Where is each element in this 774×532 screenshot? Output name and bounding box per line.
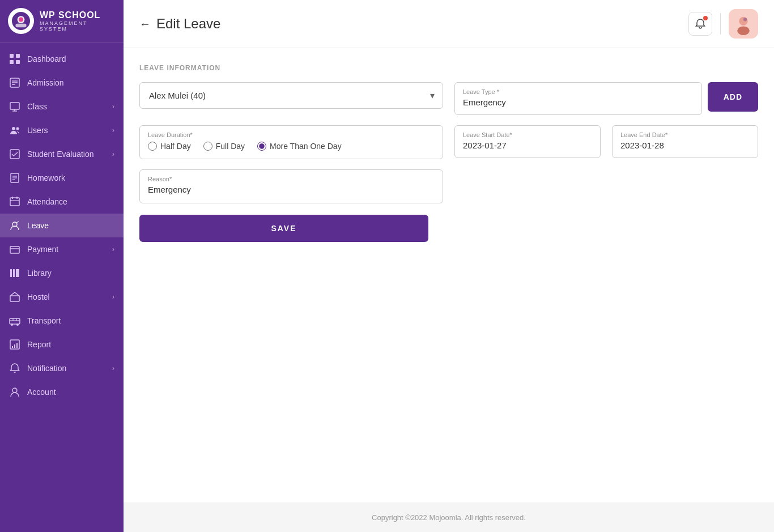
main-content: LEAVE INFORMATION Alex Mulei (40) ▾ Leav… — [124, 48, 774, 503]
reason-input[interactable] — [148, 185, 435, 194]
svg-rect-32 — [16, 269, 19, 277]
svg-point-2 — [19, 18, 23, 22]
svg-point-36 — [16, 324, 19, 326]
svg-rect-34 — [10, 318, 20, 324]
svg-rect-30 — [10, 269, 12, 277]
svg-rect-3 — [15, 24, 26, 27]
sidebar-item-student-evaluation[interactable]: Student Evaluation › — [0, 142, 124, 166]
svg-rect-41 — [14, 344, 15, 348]
svg-rect-12 — [10, 103, 19, 109]
svg-point-46 — [737, 27, 750, 35]
page-title: Edit Leave — [156, 16, 220, 32]
sidebar-item-dashboard[interactable]: Dashboard — [0, 47, 124, 71]
svg-rect-31 — [13, 269, 15, 277]
sidebar-item-notification[interactable]: Notification › — [0, 356, 124, 380]
section-label: LEAVE INFORMATION — [139, 64, 758, 72]
sidebar-item-transport[interactable]: Transport — [0, 309, 124, 333]
duration-full-day[interactable]: Full Day — [203, 142, 245, 151]
svg-rect-42 — [16, 343, 18, 348]
notification-badge — [703, 16, 708, 20]
svg-rect-22 — [10, 198, 19, 206]
sidebar: WP SCHOOL MANAGEMENT SYSTEM Dashboard Ad… — [0, 0, 124, 532]
sidebar-item-attendance[interactable]: Attendance — [0, 190, 124, 214]
svg-point-43 — [12, 388, 17, 393]
svg-point-15 — [12, 127, 15, 130]
header-divider — [720, 13, 721, 35]
avatar-icon — [732, 12, 755, 35]
svg-rect-5 — [16, 54, 20, 58]
duration-more-than-one-day[interactable]: More Than One Day — [257, 142, 342, 151]
end-date-field: Leave End Date* — [612, 125, 758, 158]
back-button[interactable]: ← — [139, 18, 151, 31]
sidebar-item-class[interactable]: Class › — [0, 95, 124, 118]
sidebar-item-homework[interactable]: Homework — [0, 166, 124, 190]
sidebar-item-payment[interactable]: Payment › — [0, 237, 124, 261]
logo-text: WP SCHOOL MANAGEMENT SYSTEM — [40, 10, 116, 32]
student-select[interactable]: Alex Mulei (40) — [149, 91, 433, 100]
svg-line-27 — [16, 222, 19, 223]
sidebar-item-account[interactable]: Account — [0, 380, 124, 404]
start-date-field: Leave Start Date* — [454, 125, 601, 158]
leave-type-field: Leave Type * — [454, 82, 702, 115]
footer: Copyright ©2022 Mojoomla. All rights res… — [124, 503, 774, 532]
duration-half-day[interactable]: Half Day — [148, 142, 191, 151]
leave-type-input[interactable] — [463, 97, 694, 107]
sidebar-item-hostel[interactable]: Hostel › — [0, 285, 124, 309]
svg-point-16 — [16, 127, 19, 130]
svg-rect-6 — [10, 60, 14, 64]
sidebar-item-report[interactable]: Report — [0, 333, 124, 356]
svg-point-47 — [743, 18, 747, 21]
duration-field: Leave Duration* Half Day Full Day — [139, 125, 443, 159]
svg-rect-40 — [12, 346, 13, 348]
svg-rect-33 — [10, 296, 19, 301]
start-date-input[interactable] — [463, 141, 592, 150]
svg-point-35 — [11, 324, 13, 326]
form-row-2: Leave Duration* Half Day Full Day — [139, 125, 758, 242]
sidebar-item-library[interactable]: Library — [0, 261, 124, 285]
svg-rect-7 — [16, 60, 20, 64]
svg-rect-4 — [10, 54, 14, 58]
save-button[interactable]: SAVE — [139, 215, 428, 242]
sidebar-item-admission[interactable]: Admission — [0, 71, 124, 95]
sidebar-logo[interactable]: WP SCHOOL MANAGEMENT SYSTEM — [0, 0, 124, 42]
logo-icon — [8, 8, 34, 34]
svg-point-45 — [739, 17, 747, 25]
svg-rect-28 — [10, 246, 19, 253]
svg-rect-17 — [10, 150, 19, 159]
header: ← Edit Leave — [124, 0, 774, 48]
sidebar-item-users[interactable]: Users › — [0, 118, 124, 142]
add-button[interactable]: ADD — [708, 82, 758, 112]
student-select-wrapper[interactable]: Alex Mulei (40) ▾ — [139, 82, 443, 109]
form-row-1: Alex Mulei (40) ▾ Leave Type * ADD — [139, 82, 758, 115]
sidebar-item-leave[interactable]: Leave — [0, 214, 124, 237]
date-row: Leave Start Date* Leave End Date* — [454, 125, 758, 158]
notifications-button[interactable] — [688, 12, 712, 36]
sidebar-navigation: Dashboard Admission Class › Users › — [0, 42, 124, 532]
end-date-input[interactable] — [620, 141, 750, 150]
reason-field: Reason* — [139, 169, 443, 203]
user-avatar[interactable] — [729, 9, 758, 39]
